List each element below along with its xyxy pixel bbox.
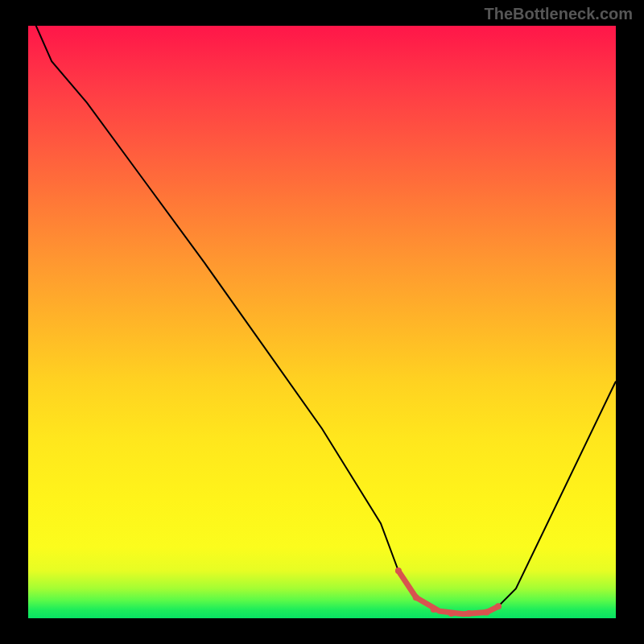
accent-dot [448, 610, 455, 617]
accent-dot [466, 610, 473, 617]
accent-dot [483, 609, 489, 616]
bottleneck-curve [28, 26, 616, 614]
accent-dot [495, 603, 502, 609]
accent-highlight [398, 571, 498, 614]
accent-dot [395, 568, 402, 574]
curve-overlay [28, 26, 616, 618]
plot-area [28, 26, 616, 618]
accent-dot [413, 594, 419, 601]
watermark-text: TheBottleneck.com [485, 5, 633, 23]
chart-container: TheBottleneck.com [0, 0, 644, 644]
accent-dot [431, 606, 437, 613]
